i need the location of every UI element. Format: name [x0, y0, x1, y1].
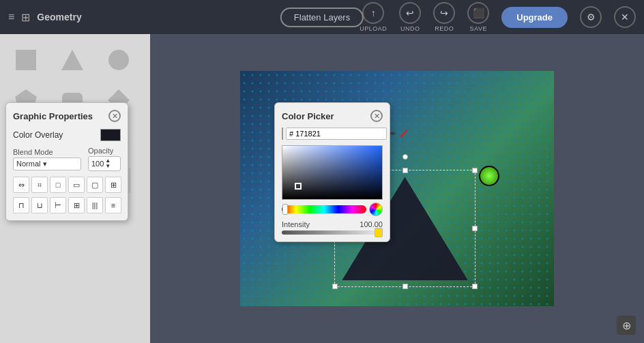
hex-input[interactable] [286, 128, 387, 140]
chevron-icon: ▾ [43, 160, 47, 168]
blend-mode-value: Normal [16, 160, 40, 168]
svg-line-16 [400, 130, 407, 137]
canvas-area: ⊕ Color Picker ✕ ✒ [150, 34, 644, 343]
app-title: Geometry [37, 12, 81, 23]
close-button[interactable]: ✕ [614, 6, 636, 28]
color-picker-title: Color Picker [282, 111, 334, 121]
tool-square[interactable]: □ [50, 177, 66, 193]
zoom-icon-symbol: ⊕ [622, 319, 631, 332]
save-label: SAVE [470, 25, 487, 32]
gradient-dark [282, 146, 382, 199]
blend-mode-section: Blend Mode Normal ▾ [13, 148, 81, 170]
color-picker-close-button[interactable]: ✕ [370, 110, 383, 122]
tools-row-2: ⊓ ⊔ ⊢ ⊞ ||| ≡ [13, 197, 121, 213]
intensity-thumb[interactable] [375, 228, 383, 237]
eyedropper-button[interactable]: ✒ [390, 128, 396, 140]
color-gradient-map[interactable] [282, 145, 383, 200]
blend-opacity-row: Blend Mode Normal ▾ Opacity 100 ▲ ▼ [13, 147, 121, 171]
hue-thumb[interactable] [282, 204, 288, 215]
close-icon: ✕ [621, 12, 629, 23]
top-bar: ≡ ⊞ Geometry Flatten Layers ↑ UPLOAD ↩ U… [0, 0, 644, 34]
tool-align-lr[interactable]: ⊢ [50, 197, 66, 213]
redo-button[interactable]: ↪ REDO [433, 2, 455, 32]
tool-align-cols[interactable]: ||| [87, 197, 103, 213]
undo-label: UNDO [400, 25, 420, 32]
blend-mode-label: Blend Mode [13, 148, 81, 156]
toolbar-actions: ↑ UPLOAD ↩ UNDO ↪ REDO ⬛ SAVE Upgrade ⚙ … [360, 2, 636, 32]
tool-align-tl[interactable]: ⊓ [13, 197, 29, 213]
svg-marker-1 [61, 50, 83, 70]
intensity-row: Intensity 100.00 [282, 220, 383, 228]
svg-point-2 [108, 50, 129, 70]
tool-frame[interactable]: ⊞ [105, 177, 121, 193]
upgrade-button[interactable]: Upgrade [501, 7, 568, 28]
redo-icon: ↪ [433, 2, 455, 24]
color-picker-panel: Color Picker ✕ ✒ [274, 102, 390, 242]
color-wheel-preview[interactable] [369, 203, 383, 216]
color-picker-header: Color Picker ✕ [282, 110, 383, 122]
grid-icon[interactable]: ⊞ [21, 11, 30, 24]
color-preview[interactable] [282, 128, 283, 140]
arrow-down-icon: ▼ [105, 164, 111, 169]
hue-slider-row [282, 203, 383, 216]
opacity-label: Opacity [88, 147, 121, 155]
flatten-layers-button[interactable]: Flatten Layers [280, 8, 364, 27]
svg-rect-0 [16, 50, 36, 70]
close-icon: ✕ [112, 112, 118, 121]
color-overlay-swatch[interactable] [100, 129, 121, 141]
undo-icon: ↩ [399, 2, 421, 24]
main-layout: Graphic Properties ✕ Color Overlay Blend… [0, 34, 644, 343]
shape-circle[interactable] [100, 41, 137, 78]
tool-crop[interactable]: ⌗ [31, 177, 48, 193]
color-input-row: ✒ [282, 128, 383, 140]
undo-button[interactable]: ↩ UNDO [399, 2, 421, 32]
upload-label: UPLOAD [360, 25, 387, 32]
eye-right-iris [479, 166, 499, 186]
shape-triangle[interactable] [53, 41, 91, 78]
opacity-input[interactable]: 100 ▲ ▼ [88, 156, 121, 171]
color-cursor[interactable] [295, 183, 302, 190]
sidebar: Graphic Properties ✕ Color Overlay Blend… [0, 34, 150, 343]
graphic-props-title: Graphic Properties [13, 111, 93, 121]
settings-icon: ⚙ [587, 12, 596, 23]
zoom-button[interactable]: ⊕ [617, 316, 636, 335]
upload-icon: ↑ [362, 2, 384, 24]
hue-slider[interactable] [282, 205, 366, 213]
shape-square[interactable] [7, 41, 44, 78]
upload-button[interactable]: ↑ UPLOAD [360, 2, 387, 32]
tool-align-tc[interactable]: ⊔ [31, 197, 48, 213]
tool-align-rows[interactable]: ≡ [105, 197, 121, 213]
tool-move[interactable]: ⇔ [13, 177, 29, 193]
save-button[interactable]: ⬛ SAVE [467, 2, 489, 32]
panel-header: Graphic Properties ✕ [13, 110, 121, 122]
menu-icon[interactable]: ≡ [8, 12, 14, 23]
red-slash-icon[interactable] [399, 128, 409, 140]
tools-row-1: ⇔ ⌗ □ ▭ ▢ ⊞ [13, 177, 121, 193]
redo-label: REDO [435, 25, 454, 32]
blend-mode-select[interactable]: Normal ▾ [13, 158, 81, 170]
rotation-handle[interactable] [402, 154, 408, 160]
close-icon: ✕ [374, 112, 380, 121]
color-overlay-row: Color Overlay [13, 129, 121, 141]
tool-rect[interactable]: ▭ [68, 177, 85, 193]
graphic-props-close-button[interactable]: ✕ [108, 110, 121, 122]
opacity-stepper[interactable]: ▲ ▼ [105, 158, 111, 169]
graphic-properties-panel: Graphic Properties ✕ Color Overlay Blend… [5, 102, 128, 221]
intensity-slider[interactable] [282, 230, 383, 235]
tool-align-grid[interactable]: ⊞ [68, 197, 85, 213]
eyedropper-icon-symbol: ✒ [390, 129, 396, 138]
settings-button[interactable]: ⚙ [580, 6, 602, 28]
opacity-section: Opacity 100 ▲ ▼ [88, 147, 121, 171]
save-icon: ⬛ [467, 2, 489, 24]
color-overlay-label: Color Overlay [13, 130, 63, 140]
opacity-value: 100 [91, 160, 104, 168]
intensity-label: Intensity [282, 220, 310, 228]
tool-border[interactable]: ▢ [87, 177, 103, 193]
